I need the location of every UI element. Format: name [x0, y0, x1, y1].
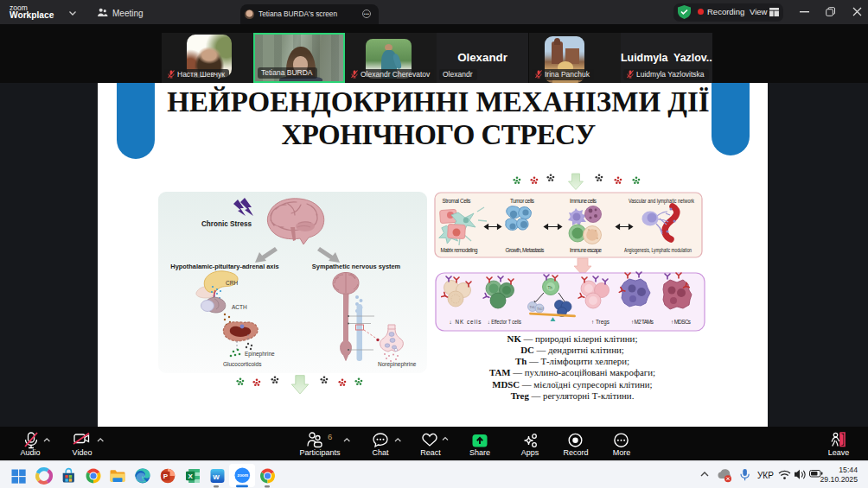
svg-text:Hypothalamic-pituitary-adrenal: Hypothalamic-pituitary-adrenal axis: [170, 263, 278, 270]
svg-text:↓ NK cells: ↓ NK cells: [450, 319, 482, 325]
svg-text:Growth, Metastasis: Growth, Metastasis: [506, 247, 545, 253]
svg-text:Immune cells: Immune cells: [570, 198, 597, 204]
svg-text:Immune escape: Immune escape: [570, 247, 602, 254]
svg-text:Vascular and lymphatic network: Vascular and lymphatic network: [629, 198, 695, 205]
svg-text:CRH: CRH: [226, 280, 238, 286]
svg-text:Sympathetic nervous system: Sympathetic nervous system: [312, 263, 401, 270]
svg-text:Chronic Stress: Chronic Stress: [201, 220, 252, 228]
svg-text:Th: Th: [548, 286, 553, 290]
svg-text:P: P: [163, 472, 169, 480]
svg-text:zoom: zoom: [238, 473, 249, 478]
svg-text:↓ Effector T cells: ↓ Effector T cells: [488, 319, 521, 325]
svg-text:Tumor cells: Tumor cells: [510, 198, 534, 204]
svg-text:Angiogenesis, Lymphatic modula: Angiogenesis, Lymphatic modulation: [624, 247, 692, 254]
svg-text:Th17: Th17: [537, 307, 544, 311]
svg-text:Th1: Th1: [530, 306, 535, 309]
svg-text:X: X: [188, 472, 193, 480]
svg-text:ACTH: ACTH: [232, 304, 247, 310]
svg-text:Epinephrine: Epinephrine: [245, 351, 275, 358]
svg-text:↑ M2 TAMs: ↑ M2 TAMs: [631, 319, 654, 325]
svg-text:6: 6: [328, 432, 332, 441]
svg-text:Glucocorticoids: Glucocorticoids: [223, 361, 262, 367]
svg-text:УКР: УКР: [757, 471, 774, 480]
svg-text:W: W: [213, 473, 220, 481]
svg-text:↑ Tregs: ↑ Tregs: [591, 319, 610, 326]
svg-text:Stromal Cells: Stromal Cells: [443, 198, 471, 204]
svg-text:↑ MDSCs: ↑ MDSCs: [671, 319, 691, 325]
svg-text:Norepinephrine: Norepinephrine: [378, 361, 417, 368]
svg-text:Matrix remodeling: Matrix remodeling: [441, 247, 478, 254]
